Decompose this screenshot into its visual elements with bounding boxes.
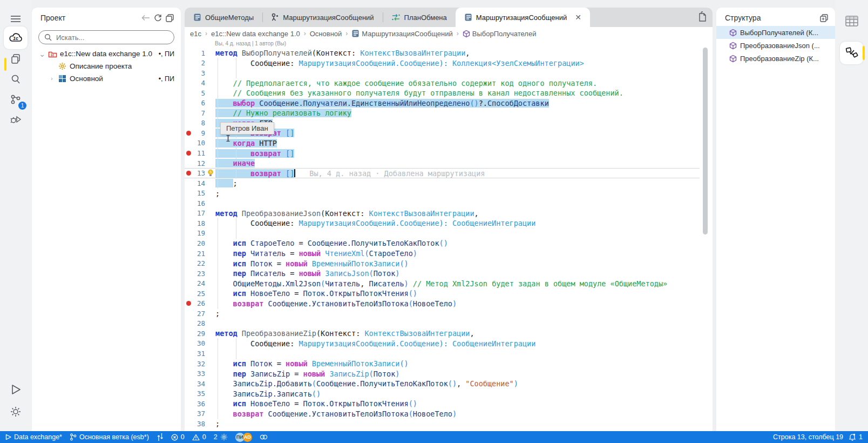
line-number[interactable]: 35 [192,390,205,398]
code-line-19[interactable]: 19 [185,228,700,238]
structure-item[interactable]: ВыборПолучателей (К... [716,26,835,39]
line-number[interactable]: 17 [192,209,205,217]
line-number[interactable]: 30 [192,339,205,347]
code-text[interactable]: пер Писатель = новый ЗаписьJson(Поток) [215,269,700,278]
code-line-20[interactable]: 20 исп СтароеТело = Сообщение.ПолучитьТе… [185,238,700,249]
code-text[interactable]: ЗаписьZip.Записать() [215,390,700,398]
line-number[interactable]: 18 [192,219,205,227]
line-number[interactable]: 11 [192,149,205,157]
line-number[interactable]: 7 [192,109,205,117]
code-line-29[interactable]: 29метод ПреобразованиеZip(Контекст: Конт… [185,328,700,339]
close-icon[interactable]: ✕ [575,14,581,21]
code-line-28[interactable]: 28 [185,318,700,328]
structure-item[interactable]: ПреобразованиеZip (К... [716,52,835,65]
code-text[interactable]: исп НовоеТело = Поток.ОткрытьПотокЧтения… [215,399,700,408]
code-line-32[interactable]: 32 исп Поток = новый ВременныйПотокЗапис… [185,359,700,369]
code-line-3[interactable]: 3 [185,68,700,78]
line-number[interactable]: 14 [192,179,205,187]
code-text[interactable]: // Предполагается, что каждое сообщение … [215,79,700,88]
code-line-4[interactable]: 4 // Предполагается, что каждое сообщени… [185,78,700,88]
collapse-panel-icon[interactable] [164,12,175,24]
code-text[interactable]: метод ВыборПолучателей(Контекст: Контекс… [215,49,700,57]
line-number[interactable]: 21 [192,250,205,258]
code-text[interactable]: исп Поток = новый ВременныйПотокЗаписи() [215,259,700,268]
code-text[interactable]: возврат [] [215,149,700,158]
code-line-6[interactable]: 6 выбор Сообщение.Получатели.Единственны… [185,98,700,108]
code-text[interactable]: Сообщение: МаршрутизацияСообщений.Сообще… [215,219,700,227]
code-text[interactable]: метод ПреобразованиеZip(Контекст: Контек… [215,329,700,338]
chevron-right-icon[interactable]: › [47,76,57,82]
notifications[interactable]: 1 [849,433,863,441]
sidebar-item-1c-project[interactable]: 1с [4,26,28,49]
collaborator-avatars[interactable]: ПИAD [235,433,252,442]
code-line-30[interactable]: 30 Сообщение: МаршрутизацияСообщений.Соо… [185,338,700,348]
code-text[interactable]: возврат Сообщение.УстановитьТелоИзПотока… [215,299,700,308]
code-line-11[interactable]: 11 возврат [] [185,148,700,158]
line-number[interactable]: 2 [192,59,205,67]
code-line-37[interactable]: 37 возврат Сообщение.УстановитьТелоИзПот… [185,408,700,419]
code-text[interactable]: ; [215,419,700,428]
code-line-31[interactable]: 31 [185,348,700,359]
code-text[interactable]: когда HTTP [215,139,700,147]
code-text[interactable]: выбор Сообщение.Получатели.ЕдинственныйИ… [215,99,700,108]
breakpoint-gutter[interactable] [185,171,192,176]
code-text[interactable]: иначе [215,159,700,167]
code-text[interactable] [215,69,700,77]
chevron-down-icon[interactable]: ⌄ [37,52,47,56]
line-number[interactable]: 12 [192,159,205,167]
line-action-gutter[interactable] [205,169,215,177]
code-text[interactable]: когда FTP [215,119,700,127]
run-config[interactable]: Data exchange* [5,433,62,441]
link-status[interactable] [260,434,268,440]
share-document-icon[interactable] [697,11,707,22]
avatar-AD[interactable]: AD [243,433,252,442]
structure-view-button[interactable] [840,42,863,64]
line-number[interactable]: 36 [192,400,205,408]
code-text[interactable]: ; [215,309,700,318]
code-text[interactable]: пер Читатель = новый ЧтениеXml(СтароеТел… [215,249,700,258]
line-number[interactable]: 22 [192,259,205,267]
breadcrumb-item[interactable]: МаршрутизацияСообщений [351,29,452,38]
code-line-25[interactable]: 25 исп НовоеТело = Поток.ОткрытьПотокЧте… [185,288,700,299]
lightbulb-icon[interactable] [207,169,214,177]
error-counter[interactable]: 0 [171,433,185,441]
line-number[interactable]: 6 [192,99,205,107]
code-line-15[interactable]: 15; [185,188,700,198]
structure-item[interactable]: ПреобразованиеJson (... [716,39,835,52]
code-line-18[interactable]: 18 Сообщение: МаршрутизацияСообщений.Соо… [185,218,700,229]
line-number[interactable]: 28 [192,319,205,327]
code-line-23[interactable]: 23 пер Писатель = новый ЗаписьJson(Поток… [185,269,700,279]
code-text[interactable]: ; [215,189,700,198]
sidebar-item-debug[interactable] [4,108,28,131]
sidebar-item-version-control[interactable]: 1 [4,88,28,111]
code-text[interactable]: ОбщиеМетоды.Xml2Json(Читатель, Писатель)… [215,279,700,288]
code-line-2[interactable]: 2 Сообщение: МаршрутизацияСообщений.Сооб… [185,58,700,68]
sidebar-item-search[interactable] [4,68,28,91]
code-text[interactable]: // Сообщения без указанного получателя б… [215,89,700,97]
breadcrumb-item[interactable]: Основной [310,30,342,38]
breadcrumb-item[interactable]: ВыборПолучателей [463,30,537,38]
tab-3-active[interactable]: МаршрутизацияСообщений✕ [456,8,590,27]
code-line-10[interactable]: 10 когда HTTP [185,138,700,148]
line-number[interactable]: 20 [192,239,205,247]
code-line-13[interactable]: 13 возврат []Вы, 4 д. назад · Добавлена … [185,168,700,178]
line-number[interactable]: 23 [192,270,205,278]
code-text[interactable]: возврат []Вы, 4 д. назад · Добавлена мар… [215,169,700,178]
line-number[interactable]: 13 [192,169,205,177]
code-text[interactable]: // Нужно реализовать логику [215,109,700,117]
line-number[interactable]: 19 [192,229,205,237]
code-line-1[interactable]: 1метод ВыборПолучателей(Контекст: Контек… [185,48,700,58]
code-text[interactable]: Сообщение: МаршрутизацияСообщений.Сообще… [215,59,700,68]
code-editor[interactable]: Петров Иван I 1метод ВыборПолучателей(Ко… [185,48,713,431]
line-number[interactable]: 29 [192,330,205,338]
warning-counter[interactable]: 0 [192,433,206,441]
code-text[interactable]: исп НовоеТело = Поток.ОткрытьПотокЧтения… [215,289,700,298]
cursor-position[interactable]: Строка 13, столбец 19 [773,433,843,441]
code-text[interactable] [215,350,700,358]
code-line-27[interactable]: 27; [185,308,700,319]
line-number[interactable]: 5 [192,89,205,97]
code-text[interactable]: Сообщение: МаршрутизацияСообщений.Сообще… [215,339,700,348]
line-number[interactable]: 38 [192,420,205,428]
code-text[interactable]: исп СтароеТело = Сообщение.ПолучитьТелоК… [215,239,700,247]
line-number[interactable]: 31 [192,350,205,358]
